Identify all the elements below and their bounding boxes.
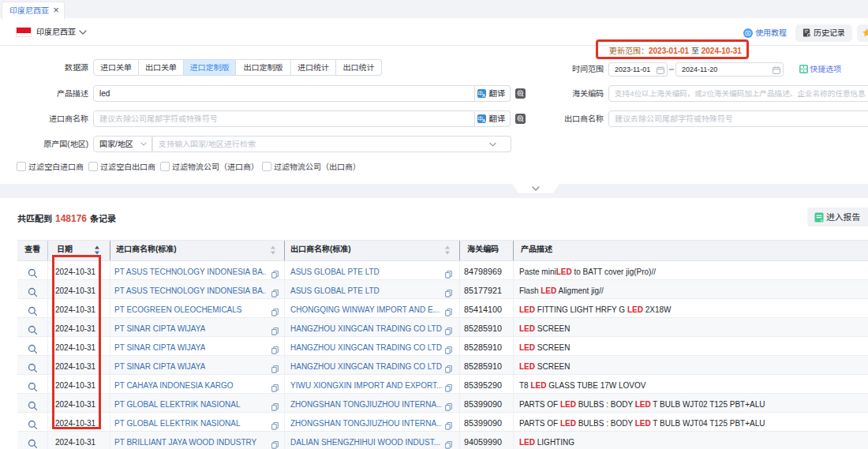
svg-text:A: A bbox=[482, 93, 486, 98]
svg-text:A: A bbox=[482, 118, 486, 123]
